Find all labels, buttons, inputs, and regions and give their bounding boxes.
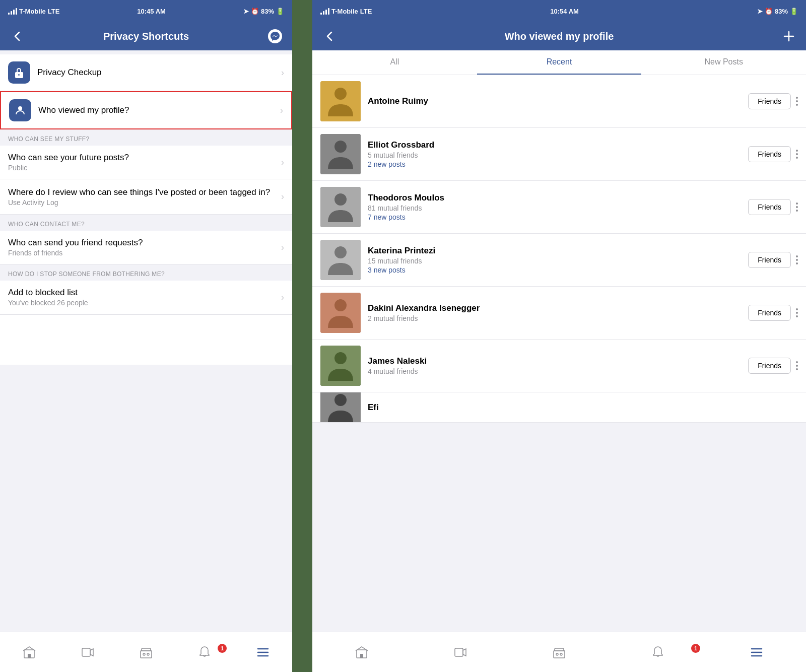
signal-icon (8, 8, 17, 15)
tab-video-right[interactable] (411, 646, 510, 659)
signal-icon-right (320, 8, 329, 15)
chevron-right-icon-4: › (281, 191, 284, 202)
notification-badge-right: 1 (691, 644, 700, 653)
future-posts-text: Who can see your future posts? Public (8, 153, 281, 172)
friends-button-theodoros[interactable]: Friends (748, 199, 791, 215)
future-posts-item[interactable]: Who can see your future posts? Public › (0, 146, 292, 179)
person-item-elliot[interactable]: Elliot Grossbard 5 mutual friends 2 new … (312, 128, 806, 181)
svg-rect-6 (82, 648, 90, 656)
home-icon-right (355, 646, 368, 659)
person-name-efi: Efi (368, 402, 798, 413)
chevron-right-icon-3: › (281, 157, 284, 168)
battery-label: 83% (261, 8, 274, 15)
who-viewed-item[interactable]: Who viewed my profile? › (0, 91, 292, 129)
tab-marketplace-left[interactable] (117, 646, 175, 659)
more-dots-katerina[interactable] (796, 255, 798, 264)
person-info-james: James Naleski 4 mutual friends (368, 356, 748, 375)
people-list: Antoine Ruimy Friends Elliot Grossbard 5… (312, 75, 806, 632)
back-button-right[interactable] (320, 27, 339, 45)
home-icon (23, 646, 36, 659)
person-name-katerina: Katerina Printezi (368, 246, 748, 256)
person-item-dakini[interactable]: Dakini Alexandra Isenegger 2 mutual frie… (312, 287, 806, 340)
friends-button-james[interactable]: Friends (748, 358, 791, 374)
svg-point-16 (334, 88, 347, 100)
chevron-right-icon-6: › (281, 292, 284, 303)
plus-button[interactable] (780, 27, 798, 45)
content-left: Privacy Checkup › Who viewed my profile?… (0, 50, 292, 632)
svg-rect-5 (28, 654, 31, 658)
battery-icon: 🔋 (276, 8, 284, 15)
chevron-right-icon: › (281, 68, 284, 78)
bell-icon-right (651, 646, 664, 659)
alarm-icon: ⏰ (251, 8, 259, 15)
block-list-sub: You've blocked 26 people (8, 299, 281, 307)
svg-point-27 (334, 352, 347, 364)
friends-button-elliot[interactable]: Friends (748, 146, 791, 162)
privacy-checkup-item[interactable]: Privacy Checkup › (0, 54, 292, 91)
nav-bar-left: Privacy Shortcuts (0, 22, 292, 50)
person-info-katerina: Katerina Printezi 15 mutual friends 3 ne… (368, 246, 748, 274)
person-name-dakini: Dakini Alexandra Isenegger (368, 303, 748, 313)
tab-home-right[interactable] (312, 646, 411, 659)
chevron-right-icon-2: › (280, 105, 283, 116)
more-dots-theodoros[interactable] (796, 203, 798, 212)
friends-button-dakini[interactable]: Friends (748, 305, 791, 321)
person-info-elliot: Elliot Grossbard 5 mutual friends 2 new … (368, 140, 748, 168)
person-new-posts-katerina: 3 new posts (368, 266, 748, 274)
panel-divider (292, 0, 312, 672)
nav-bar-right: Who viewed my profile (312, 22, 806, 50)
person-info-theodoros: Theodoros Moulos 81 mutual friends 7 new… (368, 193, 748, 221)
more-dots-antoine[interactable] (796, 97, 798, 106)
tab-new-posts[interactable]: New Posts (641, 50, 806, 75)
alarm-icon-right: ⏰ (765, 8, 773, 15)
person-icon-bg (9, 99, 31, 121)
privacy-checkup-text: Privacy Checkup (37, 68, 281, 78)
store-icon-right (553, 646, 566, 659)
section-header-bother: How do I stop someone from bothering me? (0, 264, 292, 281)
more-dots-james[interactable] (796, 361, 798, 370)
person-item-antoine[interactable]: Antoine Ruimy Friends (312, 75, 806, 128)
bell-icon (198, 646, 211, 659)
person-name-elliot: Elliot Grossbard (368, 140, 748, 150)
tab-home-left[interactable] (0, 646, 58, 659)
person-name-theodoros: Theodoros Moulos (368, 193, 748, 203)
battery-icon-right: 🔋 (790, 8, 798, 15)
messenger-icon-button[interactable] (266, 27, 284, 45)
tab-all[interactable]: All (312, 50, 477, 75)
person-new-posts-theodoros: 7 new posts (368, 213, 748, 221)
svg-point-2 (18, 74, 20, 76)
person-item-katerina[interactable]: Katerina Printezi 15 mutual friends 3 ne… (312, 234, 806, 287)
time-label-right: 10:54 AM (550, 8, 579, 15)
tab-notifications-right[interactable]: 1 (609, 646, 707, 659)
network-label-right: LTE (360, 8, 372, 15)
tab-menu-left[interactable] (234, 646, 292, 659)
block-list-item[interactable]: Add to blocked list You've blocked 26 pe… (0, 281, 292, 314)
person-item-efi[interactable]: Efi (312, 392, 806, 423)
right-panel: T-Mobile LTE 10:54 AM ➤ ⏰ 83% 🔋 Who view… (312, 0, 806, 672)
more-dots-elliot[interactable] (796, 150, 798, 159)
person-name-james: James Naleski (368, 356, 748, 366)
person-item-theodoros[interactable]: Theodoros Moulos 81 mutual friends 7 new… (312, 181, 806, 234)
person-name-antoine: Antoine Ruimy (368, 96, 748, 106)
future-posts-title: Who can see your future posts? (8, 153, 281, 163)
person-mutual-james: 4 mutual friends (368, 367, 748, 375)
person-item-james[interactable]: James Naleski 4 mutual friends Friends (312, 340, 806, 392)
friend-requests-item[interactable]: Who can send you friend requests? Friend… (0, 231, 292, 264)
person-new-posts-elliot: 2 new posts (368, 160, 748, 168)
review-tagged-title: Where do I review who can see things I'v… (8, 187, 281, 197)
page-title-right: Who viewed my profile (505, 31, 614, 42)
more-dots-dakini[interactable] (796, 308, 798, 317)
tab-video-left[interactable] (58, 646, 117, 659)
tab-recent[interactable]: Recent (477, 50, 642, 75)
tab-notifications-left[interactable]: 1 (175, 646, 234, 659)
tab-marketplace-right[interactable] (510, 646, 609, 659)
review-tagged-item[interactable]: Where do I review who can see things I'v… (0, 179, 292, 215)
video-icon-right (454, 646, 467, 659)
battery-label-right: 83% (775, 8, 788, 15)
svg-point-21 (334, 193, 347, 206)
friends-button-katerina[interactable]: Friends (748, 252, 791, 268)
menu-icon (256, 646, 270, 659)
friends-button-antoine[interactable]: Friends (748, 93, 791, 109)
tab-menu-right[interactable] (707, 646, 806, 659)
back-button-left[interactable] (8, 27, 26, 45)
